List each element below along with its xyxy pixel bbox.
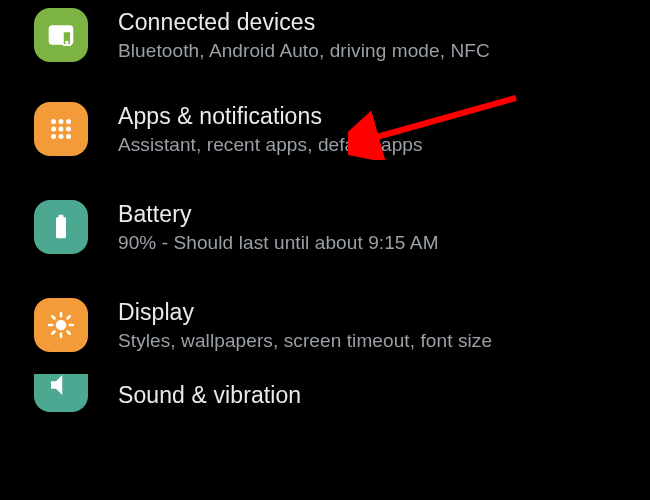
row-title: Apps & notifications bbox=[118, 103, 423, 130]
svg-point-2 bbox=[66, 42, 68, 44]
svg-point-6 bbox=[66, 119, 71, 124]
svg-point-10 bbox=[51, 134, 56, 139]
svg-line-23 bbox=[68, 316, 70, 318]
row-title: Battery bbox=[118, 201, 439, 228]
battery-icon bbox=[34, 200, 88, 254]
svg-line-22 bbox=[52, 332, 54, 334]
row-text: Battery 90% - Should last until about 9:… bbox=[118, 201, 439, 254]
svg-rect-13 bbox=[56, 217, 66, 238]
svg-point-5 bbox=[59, 119, 64, 124]
apps-notifications-row[interactable]: Apps & notifications Assistant, recent a… bbox=[0, 80, 650, 178]
row-subtitle: 90% - Should last until about 9:15 AM bbox=[118, 232, 439, 254]
connected-devices-icon bbox=[34, 8, 88, 62]
svg-rect-14 bbox=[59, 215, 64, 218]
row-subtitle: Styles, wallpapers, screen timeout, font… bbox=[118, 330, 492, 352]
row-text: Connected devices Bluetooth, Android Aut… bbox=[118, 9, 490, 62]
svg-point-4 bbox=[51, 119, 56, 124]
apps-icon bbox=[34, 102, 88, 156]
display-icon bbox=[34, 298, 88, 352]
svg-point-8 bbox=[59, 127, 64, 132]
row-text: Display Styles, wallpapers, screen timeo… bbox=[118, 299, 492, 352]
sound-icon bbox=[34, 374, 88, 412]
svg-line-21 bbox=[68, 332, 70, 334]
battery-row[interactable]: Battery 90% - Should last until about 9:… bbox=[0, 178, 650, 276]
row-title: Sound & vibration bbox=[118, 382, 301, 409]
display-row[interactable]: Display Styles, wallpapers, screen timeo… bbox=[0, 276, 650, 374]
svg-point-11 bbox=[59, 134, 64, 139]
svg-line-20 bbox=[52, 316, 54, 318]
svg-point-7 bbox=[51, 127, 56, 132]
row-text: Sound & vibration bbox=[118, 382, 301, 409]
svg-point-9 bbox=[66, 127, 71, 132]
svg-point-3 bbox=[52, 38, 55, 41]
row-subtitle: Bluetooth, Android Auto, driving mode, N… bbox=[118, 40, 490, 62]
svg-point-12 bbox=[66, 134, 71, 139]
settings-list: Connected devices Bluetooth, Android Aut… bbox=[0, 0, 650, 434]
row-text: Apps & notifications Assistant, recent a… bbox=[118, 103, 423, 156]
svg-point-15 bbox=[56, 320, 67, 331]
connected-devices-row[interactable]: Connected devices Bluetooth, Android Aut… bbox=[0, 0, 650, 80]
row-title: Display bbox=[118, 299, 492, 326]
sound-vibration-row[interactable]: Sound & vibration bbox=[0, 374, 650, 434]
row-subtitle: Assistant, recent apps, default apps bbox=[118, 134, 423, 156]
row-title: Connected devices bbox=[118, 9, 490, 36]
